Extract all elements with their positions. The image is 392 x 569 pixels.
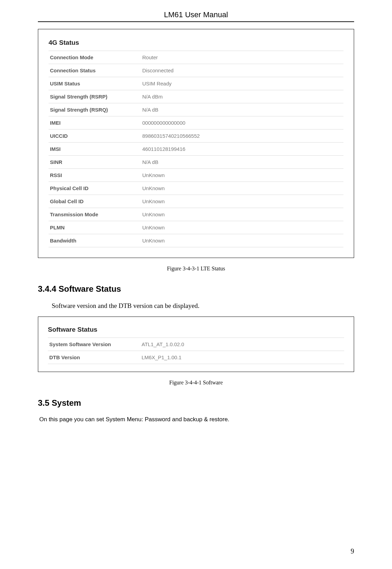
row-label: Connection Mode <box>49 51 141 64</box>
row-value: ATL1_AT_1.0.02.0 <box>140 338 344 351</box>
figure-caption-software: Figure 3-4-4-1 Software <box>38 380 354 386</box>
4g-status-panel: 4G Status Connection Mode Router Connect… <box>38 29 354 258</box>
software-status-body: Software version and the DTB version can… <box>52 302 354 310</box>
software-status-panel: Software Status System Software Version … <box>38 317 354 372</box>
row-label: Physical Cell ID <box>49 182 141 195</box>
row-label: RSSI <box>49 169 141 182</box>
table-row: USIM Status USIM Ready <box>49 77 343 90</box>
software-status-title: Software Status <box>48 323 344 338</box>
row-value: Disconnected <box>141 64 343 77</box>
4g-status-table: Connection Mode Router Connection Status… <box>49 51 343 247</box>
manual-title: LM61 User Manual <box>38 10 354 19</box>
header-rule <box>38 21 354 22</box>
row-label: DTB Version <box>48 351 140 364</box>
table-row: IMEI 000000000000000 <box>49 116 343 130</box>
table-row: System Software Version ATL1_AT_1.0.02.0 <box>48 338 344 351</box>
system-body: On this page you can set System Menu: Pa… <box>39 416 354 423</box>
row-value: LM6X_P1_1.00.1 <box>140 351 344 364</box>
table-row: Transmission Mode UnKnown <box>49 208 343 221</box>
row-label: IMEI <box>49 116 141 130</box>
row-value: UnKnown <box>141 234 343 247</box>
row-label: Signal Strength (RSRP) <box>49 90 141 103</box>
4g-status-title: 4G Status <box>49 36 343 51</box>
row-value: USIM Ready <box>141 77 343 90</box>
row-label: Signal Strength (RSRQ) <box>49 103 141 116</box>
row-value: UnKnown <box>141 195 343 208</box>
row-value: 89860315740210566552 <box>141 130 343 143</box>
section-heading-system: 3.5 System <box>38 398 354 408</box>
page-container: LM61 User Manual 4G Status Connection Mo… <box>0 0 392 569</box>
row-label: PLMN <box>49 221 141 234</box>
row-label: SINR <box>49 156 141 169</box>
table-row: Global Cell ID UnKnown <box>49 195 343 208</box>
figure-caption-lte: Figure 3-4-3-1 LTE Status <box>38 266 354 272</box>
row-value: UnKnown <box>141 221 343 234</box>
row-value: N/A dB <box>141 156 343 169</box>
row-label: System Software Version <box>48 338 140 351</box>
row-value: UnKnown <box>141 169 343 182</box>
row-value: 000000000000000 <box>141 116 343 130</box>
row-label: UICCID <box>49 130 141 143</box>
table-row: Connection Status Disconnected <box>49 64 343 77</box>
row-label: Transmission Mode <box>49 208 141 221</box>
row-value: Router <box>141 51 343 64</box>
row-value: 460110128199416 <box>141 143 343 156</box>
table-row: IMSI 460110128199416 <box>49 143 343 156</box>
table-row: DTB Version LM6X_P1_1.00.1 <box>48 351 344 364</box>
table-row: PLMN UnKnown <box>49 221 343 234</box>
table-row: Connection Mode Router <box>49 51 343 64</box>
table-row: SINR N/A dB <box>49 156 343 169</box>
row-label: Global Cell ID <box>49 195 141 208</box>
section-heading-software-status: 3.4.4 Software Status <box>38 284 354 294</box>
table-row: Bandwidth UnKnown <box>49 234 343 247</box>
row-value: N/A dBm <box>141 90 343 103</box>
row-value: UnKnown <box>141 208 343 221</box>
row-label: USIM Status <box>49 77 141 90</box>
row-label: IMSI <box>49 143 141 156</box>
table-row: UICCID 89860315740210566552 <box>49 130 343 143</box>
page-number: 9 <box>351 547 354 555</box>
row-value: UnKnown <box>141 182 343 195</box>
table-row: Signal Strength (RSRP) N/A dBm <box>49 90 343 103</box>
row-label: Connection Status <box>49 64 141 77</box>
table-row: Physical Cell ID UnKnown <box>49 182 343 195</box>
table-row: RSSI UnKnown <box>49 169 343 182</box>
row-label: Bandwidth <box>49 234 141 247</box>
table-row: Signal Strength (RSRQ) N/A dB <box>49 103 343 116</box>
software-status-table: System Software Version ATL1_AT_1.0.02.0… <box>48 338 344 364</box>
row-value: N/A dB <box>141 103 343 116</box>
